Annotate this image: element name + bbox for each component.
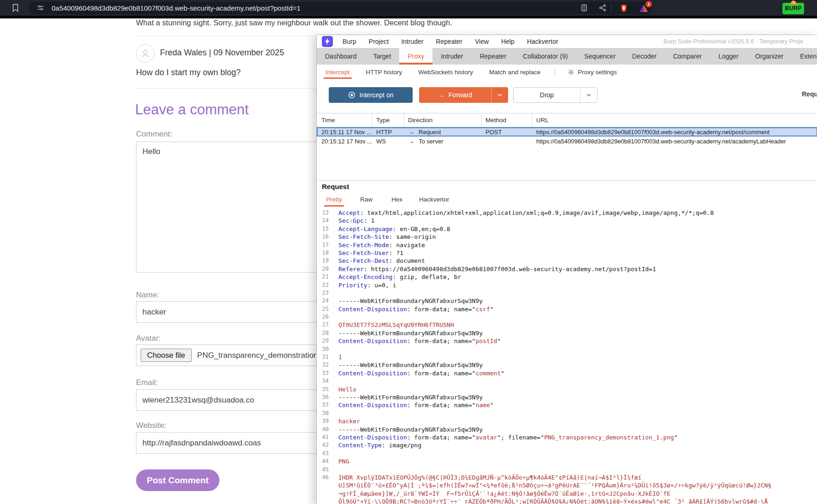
cell-direction: →Request — [404, 129, 482, 136]
subtab-websockets-history[interactable]: WebSockets history — [416, 65, 475, 79]
line-number: 19 — [317, 257, 329, 265]
comment-author-line: Freda Wales | 09 November 2025 — [160, 48, 284, 58]
request-editor[interactable]: 13Accept: text/html,application/xhtml+xm… — [317, 209, 817, 504]
gear-icon — [568, 69, 574, 76]
menu-hackvertor[interactable]: Hackvertor — [527, 38, 558, 45]
drop-dropdown-chevron-icon[interactable] — [580, 88, 597, 102]
request-line: 37Content-Disposition: form-data; name="… — [317, 401, 817, 409]
cell-direction: →To server — [404, 138, 482, 145]
code-text: Priority: u=0, i — [338, 281, 396, 289]
request-line: 42Content-Type: image/png — [317, 441, 817, 449]
tab-sequencer[interactable]: Sequencer — [576, 48, 624, 65]
request-line: 30 — [317, 345, 817, 353]
menu-burp[interactable]: Burp — [343, 38, 356, 45]
tab-repeater[interactable]: Repeater — [471, 48, 515, 65]
tab-target[interactable]: Target — [365, 48, 400, 65]
line-number: 40 — [317, 426, 329, 433]
request-line: 22Priority: u=0, i — [317, 281, 817, 289]
subtab-http-history[interactable]: HTTP history — [364, 65, 404, 79]
line-number: 39 — [317, 417, 329, 425]
request-tab-hex[interactable]: Hex — [390, 195, 404, 207]
burp-menubar: BurpProjectIntruderRepeaterViewHelpHackv… — [317, 35, 817, 48]
url-text[interactable]: 0a5400960498d3db829e0b81007f003d.web-sec… — [52, 4, 301, 12]
code-token: " — [490, 402, 494, 409]
subtab-match-and-replace[interactable]: Match and replace — [487, 65, 542, 79]
code-text: ------WebKitFormBoundaryNGRfabxurSqw3N9y — [338, 361, 483, 369]
menu-help[interactable]: Help — [501, 38, 515, 45]
tab-logger[interactable]: Logger — [710, 48, 747, 65]
tab-comparer[interactable]: Comparer — [665, 48, 710, 65]
url-bar[interactable]: 0a5400960498d3db829e0b81007f003d.web-sec… — [29, 2, 652, 14]
code-token: Priority — [338, 282, 367, 289]
tab-proxy[interactable]: Proxy — [399, 48, 432, 65]
code-text: Öl9öÚ"¤Ýï-\\OÕ9B;RC?»Bnò3öºrYÌ¨÷÷¨_rÀZÈÖ… — [338, 498, 768, 504]
drop-button[interactable]: Drop — [513, 87, 598, 103]
intercept-table-row[interactable]: 20:15:12 17 Nov ...WS→To serverhttps://0… — [317, 136, 817, 146]
subtab-intercept[interactable]: Intercept — [324, 65, 352, 79]
hat-icon — [788, 0, 799, 7]
code-text: U]SM¹ûìËÒ¨³ú×£ËO^yA|Ì ;º¾$=¦efh(ÌÊw7»wÏ"… — [338, 481, 771, 489]
column-header-type[interactable]: Type — [373, 113, 404, 127]
column-header-url[interactable]: URL — [533, 113, 817, 127]
line-number: 31 — [317, 353, 329, 361]
line-number: 21 — [317, 273, 329, 281]
tab-extensions[interactable]: Extensions — [792, 48, 817, 65]
line-number: 27 — [317, 321, 329, 329]
request-line: 45 — [317, 466, 817, 474]
tab-intruder[interactable]: Intruder — [432, 48, 471, 65]
request-tab-hackvertor[interactable]: Hackvertor — [417, 195, 451, 207]
menu-project[interactable]: Project — [369, 38, 389, 45]
tab-organizer[interactable]: Organizer — [747, 48, 792, 65]
reader-mode-icon[interactable] — [580, 4, 588, 13]
code-token: Accept — [338, 209, 360, 216]
code-text: Referer: https://0a5400960498d3db829e0b8… — [338, 265, 656, 273]
line-number: 42 — [317, 441, 329, 449]
extension-badge: 1 — [645, 1, 652, 7]
cell-url: https://0a5400960498d3db829e0b81007f003d… — [533, 138, 817, 145]
tab-decoder[interactable]: Decoder — [624, 48, 665, 65]
burp-main-tabs: DashboardTargetProxyIntruderRepeaterColl… — [317, 48, 817, 65]
post-comment-button[interactable]: Post Comment — [136, 469, 219, 491]
bookmark-icon[interactable] — [12, 4, 19, 14]
request-line: 19Sec-Fetch-Dest: document — [317, 257, 817, 265]
menu-intruder[interactable]: Intruder — [401, 38, 423, 45]
site-permissions-icon[interactable] — [37, 4, 44, 13]
request-line: Öl9öÚ"¤Ýï-\\OÕ9B;RC?»Bnò3öºrYÌ¨÷÷¨_rÀZÈÖ… — [317, 498, 817, 504]
choose-file-button[interactable]: Choose file — [141, 349, 192, 362]
code-text: Accept: text/html,application/xhtml+xml,… — [338, 209, 714, 217]
code-token: Sec-Fetch-Mode — [338, 242, 389, 249]
forward-button[interactable]: →Forward — [419, 87, 508, 103]
request-tab-raw[interactable]: Raw — [358, 195, 374, 207]
request-tab-pretty[interactable]: Pretty — [324, 195, 344, 207]
direction-label: To server — [419, 138, 443, 145]
line-number: 37 — [317, 401, 329, 409]
request-line: 46IHDR XvplýIDATxìÉOPÜJÓg%(@§C|ÞÛÎ3;D¾ED… — [317, 474, 817, 481]
intercept-toggle-button[interactable]: Intercept on — [329, 87, 413, 103]
tab-collaborator-9[interactable]: Collaborator (9) — [515, 48, 576, 65]
request-line: 39hacker — [317, 417, 817, 425]
code-token: : navigate — [389, 242, 425, 249]
tab-dashboard[interactable]: Dashboard — [317, 48, 365, 65]
direction-arrow-icon: → — [408, 129, 414, 136]
line-number: 45 — [317, 466, 329, 474]
line-number: 24 — [317, 297, 329, 305]
forward-dropdown-chevron-icon[interactable] — [491, 87, 508, 103]
menu-repeater[interactable]: Repeater — [436, 38, 462, 45]
proxy-settings-tab[interactable]: Proxy settings — [568, 69, 617, 76]
menu-view[interactable]: View — [475, 38, 489, 45]
toggle-icon — [348, 91, 355, 99]
code-token: csrf — [475, 306, 490, 313]
comment-label: Comment: — [136, 130, 172, 139]
column-header-direction[interactable]: Direction — [404, 113, 482, 127]
line-number: 44 — [317, 457, 329, 465]
share-icon[interactable] — [599, 4, 606, 13]
avatar-label: Avatar: — [136, 334, 161, 343]
line-number: 20 — [317, 265, 329, 273]
brave-shield-icon[interactable] — [619, 4, 628, 15]
code-token: " — [674, 434, 678, 441]
code-token: Referer — [338, 266, 364, 273]
column-header-method[interactable]: Method — [482, 113, 533, 127]
code-token: Content-Disposition — [338, 338, 407, 344]
intercept-table-row[interactable]: 20:15:11 17 Nov ...HTTP→RequestPOSThttps… — [317, 127, 817, 136]
column-header-time[interactable]: Time — [317, 113, 373, 127]
